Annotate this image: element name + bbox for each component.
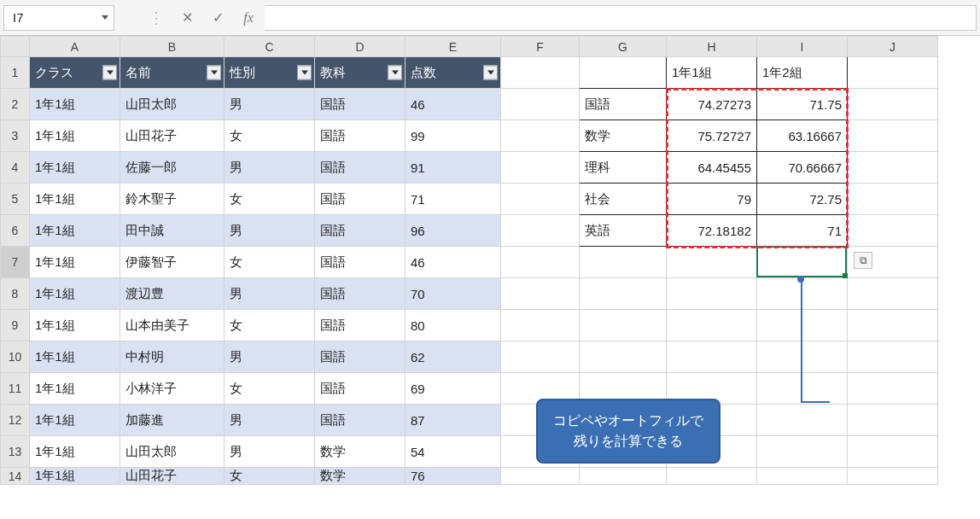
cell[interactable] [501,215,580,247]
cell[interactable]: 国語 [315,89,405,120]
col-hdr-E[interactable]: E [405,37,501,57]
cell[interactable]: 62 [405,341,501,373]
cell[interactable]: 国語 [315,247,405,278]
cell[interactable]: 山田花子 [120,468,225,485]
table-header-name[interactable]: 名前 [120,57,225,89]
filter-button[interactable] [388,66,402,80]
cell[interactable]: 男 [225,89,315,120]
confirm-formula-button[interactable] [210,9,225,26]
cell[interactable]: 1年1組 [30,247,120,278]
cell[interactable]: 1年1組 [30,89,120,120]
cell[interactable] [667,468,757,485]
formula-input[interactable] [265,5,977,31]
cell[interactable] [848,184,938,215]
col-hdr-A[interactable]: A [30,37,120,57]
cell[interactable]: 数学 [315,468,405,485]
cell[interactable] [501,57,580,89]
cell[interactable] [848,310,938,341]
cell[interactable] [501,468,580,485]
cell[interactable]: 英語 [580,215,667,247]
cell[interactable]: 国語 [315,215,405,247]
row-hdr-8[interactable]: 8 [1,278,30,310]
cell[interactable]: 渡辺豊 [120,278,225,310]
col-hdr-H[interactable]: H [667,37,757,57]
cell[interactable]: 70.66667 [757,152,848,184]
cell[interactable]: 71.75 [757,89,848,120]
cell[interactable]: 男 [225,215,315,247]
cell[interactable]: 71 [405,184,501,215]
cell[interactable] [501,152,580,184]
autofill-options-button[interactable]: ⧉ [854,252,872,269]
row-hdr-4[interactable]: 4 [1,152,30,184]
cell[interactable] [757,468,848,485]
col-hdr-J[interactable]: J [848,37,938,57]
cell[interactable]: 国語 [315,120,405,152]
cell[interactable]: 1年1組 [30,468,120,485]
col-hdr-B[interactable]: B [120,37,225,57]
cell[interactable]: 76 [405,468,501,485]
cell[interactable] [580,310,667,341]
cell[interactable]: 国語 [315,278,405,310]
cell[interactable]: 社会 [580,184,667,215]
row-hdr-10[interactable]: 10 [1,341,30,373]
cell[interactable]: 佐藤一郎 [120,152,225,184]
row-hdr-7[interactable]: 7 [1,247,30,278]
cell[interactable]: 1年1組 [30,184,120,215]
row-hdr-9[interactable]: 9 [1,310,30,341]
table-header-class[interactable]: クラス [30,57,120,89]
col-hdr-C[interactable]: C [225,37,315,57]
cell[interactable]: 63.16667 [757,120,848,152]
cell[interactable]: 54 [405,436,501,468]
cell[interactable]: 1年1組 [30,120,120,152]
row-hdr-11[interactable]: 11 [1,373,30,405]
cell[interactable]: 国語 [315,310,405,341]
cell[interactable] [501,310,580,341]
cell[interactable]: 1年1組 [30,278,120,310]
cell[interactable] [848,468,938,485]
insert-function-button[interactable]: fx [241,10,256,26]
cell[interactable]: 山田花子 [120,120,225,152]
cell[interactable]: 71 [757,215,848,247]
cell[interactable]: 男 [225,341,315,373]
cell[interactable] [848,278,938,310]
filter-button[interactable] [297,66,312,80]
col-hdr-F[interactable]: F [501,37,580,57]
cell[interactable] [501,278,580,310]
select-all-corner[interactable] [1,37,30,57]
cell[interactable]: 国語 [315,341,405,373]
cell[interactable] [848,120,938,152]
cell[interactable]: 国語 [315,405,405,436]
cell[interactable]: 80 [405,310,501,341]
cell[interactable]: 1年2組 [757,57,848,89]
row-hdr-2[interactable]: 2 [1,89,30,120]
cell[interactable]: 国語 [580,89,667,120]
cell[interactable]: 74.27273 [667,89,757,120]
cell[interactable] [757,436,848,468]
cell[interactable] [757,405,848,436]
cell[interactable]: 女 [225,120,315,152]
cell[interactable] [667,341,757,373]
cell[interactable]: 64.45455 [667,152,757,184]
cell[interactable] [501,184,580,215]
cell[interactable]: 国語 [315,152,405,184]
cell[interactable] [667,310,757,341]
cell[interactable]: 理科 [580,152,667,184]
cell[interactable] [580,247,667,278]
cell[interactable]: 山本由美子 [120,310,225,341]
cell[interactable] [848,89,938,120]
cell[interactable] [848,341,938,373]
cell[interactable]: 国語 [315,373,405,405]
cell[interactable] [848,405,938,436]
cell[interactable]: 女 [225,310,315,341]
row-hdr-5[interactable]: 5 [1,184,30,215]
row-hdr-6[interactable]: 6 [1,215,30,247]
cell[interactable] [580,468,667,485]
cell[interactable] [757,247,848,278]
cancel-formula-button[interactable] [179,9,195,26]
filter-button[interactable] [102,66,117,80]
cell[interactable] [848,373,938,405]
cell[interactable]: 田中誠 [120,215,225,247]
cell[interactable]: 87 [405,405,501,436]
cell[interactable] [580,57,667,89]
cell[interactable]: 1年1組 [30,310,120,341]
